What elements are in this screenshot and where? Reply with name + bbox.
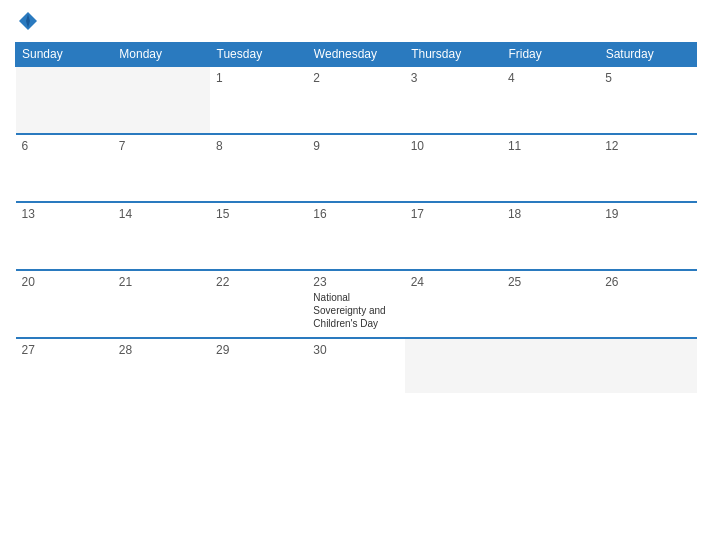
day-header-monday: Monday <box>113 43 210 67</box>
page-header <box>15 10 697 32</box>
day-cell: 11 <box>502 134 599 202</box>
day-number: 6 <box>22 139 107 153</box>
day-number: 30 <box>313 343 398 357</box>
day-cell: 14 <box>113 202 210 270</box>
day-number: 8 <box>216 139 301 153</box>
day-header-wednesday: Wednesday <box>307 43 404 67</box>
day-cell: 25 <box>502 270 599 338</box>
day-number: 21 <box>119 275 204 289</box>
day-number: 1 <box>216 71 301 85</box>
day-number: 3 <box>411 71 496 85</box>
day-event: National Sovereignty and Children's Day <box>313 291 398 330</box>
day-cell: 26 <box>599 270 696 338</box>
day-header-tuesday: Tuesday <box>210 43 307 67</box>
day-cell: 29 <box>210 338 307 393</box>
day-cell: 7 <box>113 134 210 202</box>
day-cell <box>113 66 210 134</box>
day-cell: 30 <box>307 338 404 393</box>
day-number: 26 <box>605 275 690 289</box>
day-cell: 3 <box>405 66 502 134</box>
day-number: 23 <box>313 275 398 289</box>
calendar-page: SundayMondayTuesdayWednesdayThursdayFrid… <box>0 0 712 550</box>
week-row-1: 12345 <box>16 66 697 134</box>
day-cell: 10 <box>405 134 502 202</box>
day-cell: 1 <box>210 66 307 134</box>
day-number: 29 <box>216 343 301 357</box>
day-number: 12 <box>605 139 690 153</box>
day-cell: 4 <box>502 66 599 134</box>
day-cell: 9 <box>307 134 404 202</box>
day-cell: 17 <box>405 202 502 270</box>
day-header-friday: Friday <box>502 43 599 67</box>
day-number: 28 <box>119 343 204 357</box>
day-number: 4 <box>508 71 593 85</box>
day-cell: 20 <box>16 270 113 338</box>
day-cell: 22 <box>210 270 307 338</box>
day-cell: 12 <box>599 134 696 202</box>
day-number: 27 <box>22 343 107 357</box>
day-header-thursday: Thursday <box>405 43 502 67</box>
week-row-2: 6789101112 <box>16 134 697 202</box>
day-header-sunday: Sunday <box>16 43 113 67</box>
day-cell <box>405 338 502 393</box>
day-number: 11 <box>508 139 593 153</box>
day-number: 18 <box>508 207 593 221</box>
day-cell: 6 <box>16 134 113 202</box>
week-row-5: 27282930 <box>16 338 697 393</box>
day-number: 15 <box>216 207 301 221</box>
day-number: 20 <box>22 275 107 289</box>
day-cell <box>599 338 696 393</box>
day-cell: 24 <box>405 270 502 338</box>
day-number: 5 <box>605 71 690 85</box>
day-header-saturday: Saturday <box>599 43 696 67</box>
logo <box>15 10 39 32</box>
day-cell <box>16 66 113 134</box>
day-number: 16 <box>313 207 398 221</box>
day-number: 14 <box>119 207 204 221</box>
week-row-4: 20212223National Sovereignty and Childre… <box>16 270 697 338</box>
day-number: 10 <box>411 139 496 153</box>
day-cell: 27 <box>16 338 113 393</box>
day-number: 2 <box>313 71 398 85</box>
day-number: 24 <box>411 275 496 289</box>
day-cell: 19 <box>599 202 696 270</box>
day-cell: 21 <box>113 270 210 338</box>
day-number: 17 <box>411 207 496 221</box>
day-number: 19 <box>605 207 690 221</box>
days-header-row: SundayMondayTuesdayWednesdayThursdayFrid… <box>16 43 697 67</box>
day-number: 13 <box>22 207 107 221</box>
day-number: 9 <box>313 139 398 153</box>
week-row-3: 13141516171819 <box>16 202 697 270</box>
day-number: 22 <box>216 275 301 289</box>
day-cell: 8 <box>210 134 307 202</box>
day-number: 7 <box>119 139 204 153</box>
day-cell: 13 <box>16 202 113 270</box>
logo-flag-icon <box>17 10 39 32</box>
day-cell: 23National Sovereignty and Children's Da… <box>307 270 404 338</box>
day-cell: 5 <box>599 66 696 134</box>
day-cell: 15 <box>210 202 307 270</box>
day-cell <box>502 338 599 393</box>
day-cell: 2 <box>307 66 404 134</box>
day-cell: 18 <box>502 202 599 270</box>
day-cell: 16 <box>307 202 404 270</box>
day-cell: 28 <box>113 338 210 393</box>
day-number: 25 <box>508 275 593 289</box>
calendar-table: SundayMondayTuesdayWednesdayThursdayFrid… <box>15 42 697 393</box>
